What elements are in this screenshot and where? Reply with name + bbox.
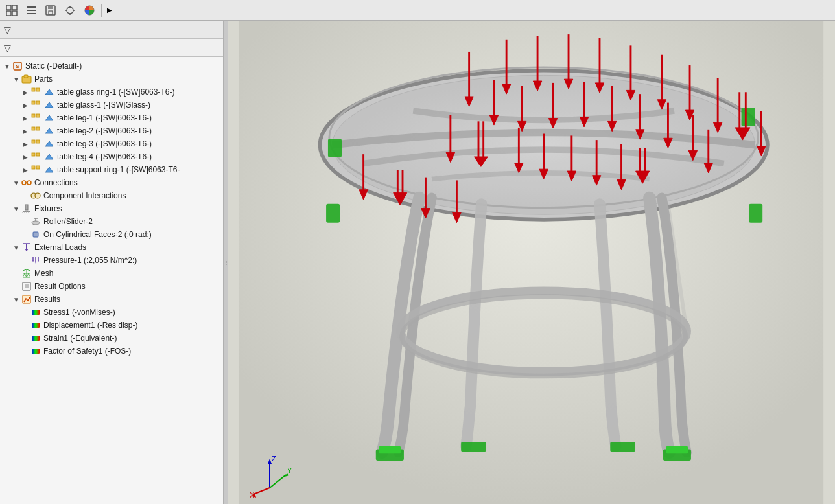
svg-marker-62	[23, 273, 27, 277]
toolbar-btn-save[interactable]	[41, 2, 60, 19]
svg-rect-71	[32, 349, 40, 354]
expander-part6[interactable]: ▶	[21, 154, 30, 161]
3d-viewport[interactable]: Z Y X	[228, 21, 835, 504]
tree-item-part1[interactable]: ▶ table glass ring-1 (-[SW]6063-T6-)	[0, 86, 223, 98]
icon-interact	[30, 190, 41, 201]
expander-results[interactable]: ▼	[12, 296, 21, 303]
tree-item-extloads[interactable]: ▼ External Loads	[0, 241, 223, 254]
svg-marker-63	[27, 273, 30, 277]
icon-disp	[30, 320, 41, 330]
tree-item-part6[interactable]: ▶ table leg-4 (-[SW]6063-T6-)	[0, 150, 223, 163]
svg-rect-8	[48, 6, 53, 9]
expander-part2[interactable]: ▶	[21, 102, 30, 109]
svg-point-45	[32, 221, 40, 225]
svg-rect-0	[6, 5, 11, 10]
svg-rect-87	[328, 139, 342, 157]
svg-line-162	[270, 475, 286, 488]
icon-part3b	[43, 113, 55, 123]
svg-rect-90	[326, 204, 340, 223]
expander-fixtures[interactable]: ▼	[12, 205, 21, 212]
svg-rect-24	[32, 114, 35, 117]
icon-fos	[30, 346, 41, 356]
tree-label-interact: Component Interactions	[43, 191, 126, 200]
tree-item-component-interactions[interactable]: Component Interactions	[0, 189, 223, 202]
icon-cylinder	[30, 229, 41, 240]
expander-extloads[interactable]: ▼	[12, 244, 21, 251]
tree-item-strain[interactable]: Strain1 (-Equivalent-)	[0, 332, 223, 345]
tree-item-parts[interactable]: ▼ Parts	[0, 73, 223, 86]
svg-rect-82	[379, 446, 401, 454]
icon-part5	[30, 139, 41, 149]
svg-rect-21	[36, 88, 40, 91]
icon-part3	[30, 113, 41, 123]
expander-part3[interactable]: ▶	[21, 115, 30, 122]
svg-rect-28	[32, 140, 35, 143]
tree-label-part4: table leg-2 (-[SW]6063-T6-)	[57, 126, 152, 135]
svg-marker-50	[25, 249, 29, 251]
tree-item-resultopts[interactable]: Result Options	[0, 280, 223, 293]
svg-line-60	[23, 269, 27, 271]
expander-part7[interactable]: ▶	[21, 166, 30, 174]
tree-label-fos: Factor of Safety1 (-FOS-)	[43, 347, 131, 356]
expander-connections[interactable]: ▼	[12, 179, 21, 187]
tree-label-part5: table leg-3 (-[SW]6063-T6-)	[57, 139, 152, 148]
icon-part2	[30, 100, 41, 110]
tree-label-pressure: Pressure-1 (:2,055 N/m^2:)	[43, 256, 137, 265]
svg-marker-55	[32, 260, 34, 262]
tree-label-part1: table glass ring-1 (-[SW]6063-T6-)	[57, 87, 174, 97]
toolbar-btn-grid[interactable]	[3, 2, 21, 19]
tree-item-part2[interactable]: ▶ table glass-1 (-[SW]Glass-)	[0, 98, 223, 111]
tree-label-stress: Stress1 (-vonMises-)	[43, 308, 115, 317]
svg-rect-25	[36, 114, 40, 117]
svg-point-10	[67, 7, 73, 14]
expander-static[interactable]: ▼	[3, 63, 12, 70]
svg-rect-88	[742, 108, 755, 126]
tree-label-roller: Roller/Slider-2	[43, 217, 93, 226]
icon-part6b	[43, 152, 55, 162]
toolbar-btn-list[interactable]	[22, 2, 40, 19]
icon-resultopts	[21, 281, 32, 292]
tree-item-part7[interactable]: ▶ table support ring-1 (-[SW]6063-T6-	[0, 163, 223, 176]
tree-item-part3[interactable]: ▶ table leg-1 (-[SW]6063-T6-)	[0, 111, 223, 124]
svg-rect-4	[27, 6, 36, 8]
expander-parts[interactable]: ▼	[12, 76, 21, 83]
icon-part1b	[43, 87, 55, 97]
tree-item-connections[interactable]: ▼ Connections	[0, 176, 223, 189]
svg-rect-32	[32, 166, 35, 169]
tree-item-disp[interactable]: Displacement1 (-Res disp-)	[0, 319, 223, 332]
expander-part4[interactable]: ▶	[21, 128, 30, 135]
tree-label-connections: Connections	[34, 178, 78, 187]
tree-item-results[interactable]: ▼ Results	[0, 293, 223, 306]
svg-marker-56	[35, 262, 36, 264]
tree-item-pressure[interactable]: Pressure-1 (:2,055 N/m^2:)	[0, 254, 223, 267]
icon-extloads	[21, 242, 32, 253]
svg-marker-57	[38, 260, 39, 262]
svg-rect-69	[32, 323, 40, 328]
filter-icon-1: ▽	[4, 25, 11, 35]
tree-label-part2: table glass-1 (-[SW]Glass-)	[57, 100, 150, 109]
tree-item-part5[interactable]: ▶ table leg-3 (-[SW]6063-T6-)	[0, 137, 223, 150]
expander-part5[interactable]: ▶	[21, 141, 30, 148]
svg-text:X: X	[250, 491, 255, 498]
tree-item-part4[interactable]: ▶ table leg-2 (-[SW]6063-T6-)	[0, 124, 223, 137]
icon-fixtures	[21, 203, 32, 214]
tree-item-mesh[interactable]: Mesh	[0, 267, 223, 280]
tree-label-part3: table leg-1 (-[SW]6063-T6-)	[57, 113, 152, 122]
icon-pressure	[30, 255, 41, 266]
tree-label-part6: table leg-4 (-[SW]6063-T6-)	[57, 152, 152, 161]
tree-item-fixtures[interactable]: ▼ Fixtures	[0, 202, 223, 215]
svg-rect-19	[24, 75, 28, 78]
tree-item-roller[interactable]: Roller/Slider-2	[0, 215, 223, 228]
tree-item-cylinder[interactable]: On Cylindrical Faces-2 (:0 rad:)	[0, 228, 223, 241]
tree-item-static[interactable]: ▼ S Static (-Default-)	[0, 60, 223, 73]
filter-bar-2: ▽	[0, 39, 223, 57]
tree-item-fos[interactable]: Factor of Safety1 (-FOS-)	[0, 345, 223, 358]
svg-rect-33	[36, 166, 40, 169]
toolbar-btn-crosshair[interactable]	[61, 2, 79, 19]
toolbar-btn-pie[interactable]	[80, 2, 99, 19]
tree-label-part7: table support ring-1 (-[SW]6063-T6-	[57, 165, 180, 174]
toolbar-more-arrow[interactable]: ▶	[104, 2, 115, 19]
filter-icon-2: ▽	[4, 43, 11, 53]
tree-item-stress[interactable]: Stress1 (-vonMises-)	[0, 306, 223, 319]
expander-part1[interactable]: ▶	[21, 89, 30, 96]
